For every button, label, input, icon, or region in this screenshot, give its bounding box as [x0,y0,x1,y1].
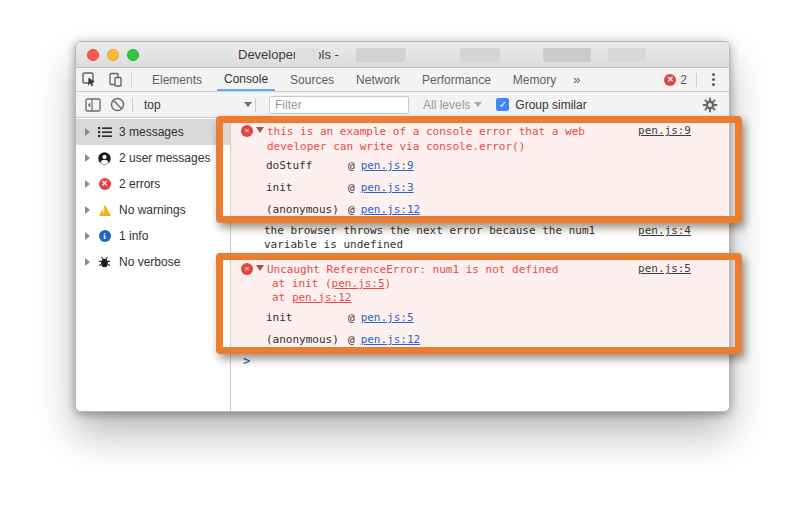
window-title: Developer Tools - [238,47,339,62]
filter-input[interactable] [269,96,409,114]
execution-context-selector[interactable]: top [144,98,252,112]
chevron-down-icon [474,102,482,107]
console-sidebar: 3 messages 2 user messages [76,118,231,412]
source-location-link[interactable]: pen.js:5 [332,277,385,290]
close-window-button[interactable] [87,49,99,61]
stack-frame: doStuff @ pen.js:9 [266,159,729,172]
disclosure-triangle-icon[interactable] [85,232,90,240]
log-levels-dropdown[interactable]: All levels [423,98,482,112]
console-messages: ✕ this is an example of a console error … [231,118,729,412]
console-settings-gear-icon[interactable] [702,97,718,113]
chevron-down-icon [244,102,252,107]
sidebar-item-label: 3 messages [119,125,184,139]
source-location-link[interactable]: pen.js:5 [638,262,691,275]
divider [696,73,697,87]
sidebar-item-verbose[interactable]: No verbose [76,249,230,275]
tab-sources[interactable]: Sources [283,68,341,91]
device-toolbar-icon[interactable] [102,68,128,91]
more-tabs-chevron[interactable]: » [567,68,586,91]
error-count: 2 [680,73,687,87]
traffic-lights [87,49,139,61]
devtools-menu-icon[interactable] [706,69,721,90]
redacted-area [295,48,319,62]
sidebar-item-label: No warnings [119,203,186,217]
console-error-message: ✕ Uncaught ReferenceError: num1 is not d… [231,257,729,350]
messages-list-icon [97,126,112,138]
disclosure-triangle-icon[interactable] [85,180,90,188]
stack-frame-link[interactable]: pen.js:12 [361,333,421,346]
stack-frame: (anonymous) @ pen.js:12 [266,203,729,216]
sidebar-item-label: 1 info [119,229,148,243]
minimize-window-button[interactable] [107,49,119,61]
tab-elements[interactable]: Elements [145,68,209,91]
console-log-message: the browser throws the next error becaus… [231,220,729,257]
error-count-badge[interactable]: ✕ 2 [664,73,687,87]
disclosure-triangle-icon[interactable] [85,206,90,214]
expand-triangle-icon[interactable] [256,265,264,271]
group-similar-label: Group similar [515,98,586,112]
sidebar-item-info[interactable]: i 1 info [76,223,230,249]
devtools-window: Developer Tools - E [75,41,730,412]
tab-network[interactable]: Network [349,68,407,91]
source-location-link[interactable]: pen.js:9 [638,124,691,137]
sidebar-item-user-messages[interactable]: 2 user messages [76,145,230,171]
redacted-area [608,48,646,62]
source-location-link[interactable]: pen.js:12 [292,291,352,304]
titlebar: Developer Tools - [76,42,729,68]
error-icon: ✕ [664,74,676,86]
error-icon: ✕ [241,263,253,275]
panel-tabs: Elements Console Sources Network Perform… [141,68,586,91]
tabbar-right: ✕ 2 [664,68,729,91]
source-location-link[interactable]: pen.js:4 [638,224,691,256]
console-prompt[interactable]: > [231,350,729,368]
stack-frame-link[interactable]: pen.js:9 [361,159,414,172]
clear-console-icon[interactable] [105,94,129,116]
sidebar-item-label: 2 user messages [119,151,210,165]
divider [255,98,256,112]
stack-frame: init @ pen.js:5 [266,311,729,324]
zoom-window-button[interactable] [127,49,139,61]
disclosure-triangle-icon[interactable] [85,154,90,162]
sidebar-item-label: 2 errors [119,177,160,191]
inspect-element-icon[interactable] [76,68,102,91]
error-icon: ✕ [97,178,112,190]
sidebar-item-warnings[interactable]: No warnings [76,197,230,223]
expand-triangle-icon[interactable] [256,127,264,133]
stack-trace: init @ pen.js:5 (anonymous) @ pen.js:12 [231,311,729,346]
console-sidebar-toggle-icon[interactable] [81,94,105,116]
prompt-chevron-icon: > [243,354,250,368]
sidebar-item-label: No verbose [119,255,180,269]
error-icon: ✕ [241,125,253,137]
tab-console[interactable]: Console [217,68,275,91]
stack-frame-link[interactable]: pen.js:5 [361,311,414,324]
group-similar-toggle[interactable]: ✓ Group similar [496,98,586,112]
console-toolbar: top All levels ✓ Group similar [76,92,729,118]
sidebar-item-errors[interactable]: ✕ 2 errors [76,171,230,197]
disclosure-triangle-icon[interactable] [85,258,90,266]
context-label: top [144,98,161,112]
redacted-area [356,48,406,62]
user-icon [97,152,112,165]
bug-icon [97,256,112,269]
redacted-area [460,48,500,62]
redacted-area [543,48,591,62]
stack-frame-link[interactable]: pen.js:12 [361,203,421,216]
log-levels-label: All levels [423,98,470,112]
error-at-line: at pen.js:12 [272,291,638,305]
divider [132,98,133,112]
divider [131,73,132,87]
disclosure-triangle-icon[interactable] [85,128,90,136]
info-icon: i [97,230,112,242]
sidebar-item-messages[interactable]: 3 messages [76,119,230,145]
devtools-tabbar: Elements Console Sources Network Perform… [76,68,729,92]
error-message-text: this is an example of a console error th… [267,124,638,154]
tab-memory[interactable]: Memory [506,68,563,91]
warning-icon [97,205,112,216]
console-error-message: ✕ this is an example of a console error … [231,118,729,220]
error-at-line: at init (pen.js:5) [272,277,638,291]
tab-performance[interactable]: Performance [415,68,498,91]
console-content: 3 messages 2 user messages [76,118,729,412]
screenshot-page: Developer Tools - E [0,0,800,505]
stack-frame-link[interactable]: pen.js:3 [361,181,414,194]
checkbox-checked-icon[interactable]: ✓ [496,98,509,111]
